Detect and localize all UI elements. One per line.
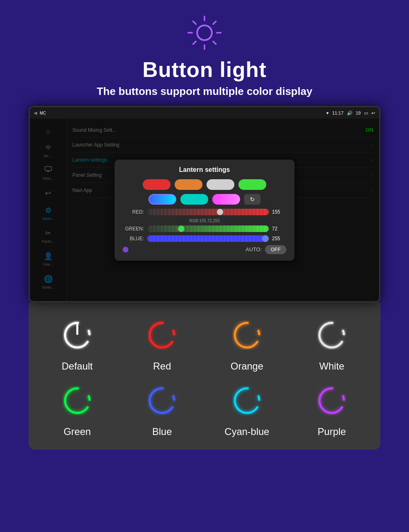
color-option-orange: Orange — [207, 315, 288, 372]
color-label-default: Default — [62, 361, 93, 372]
color-btn-green[interactable] — [238, 179, 266, 190]
blue-value: 255 — [272, 236, 286, 241]
red-label: RED: — [123, 209, 144, 215]
bottom-section: Default Red — [29, 302, 380, 450]
green-slider-row: GREEN: 72 — [123, 225, 286, 232]
green-thumb[interactable] — [178, 225, 184, 232]
svg-line-8 — [193, 41, 196, 44]
auto-row: AUTO: OFF — [123, 245, 286, 254]
top-section: Button light The buttons support multipl… — [0, 0, 409, 106]
blue-thumb[interactable] — [262, 235, 269, 242]
ui-area: ⌂ Wi-... — [30, 119, 379, 301]
color-label-purple: Purple — [318, 426, 346, 437]
power-icon-red — [142, 315, 182, 356]
time-display: 11:17 — [332, 110, 344, 115]
device-container: ⊲ MC ▾ 11:17 🔊 19 ▭ ↩ ⌂ — [29, 106, 380, 450]
color-btn-pink[interactable] — [212, 194, 240, 205]
color-option-cyanblue: Cyan-blue — [207, 380, 288, 437]
color-row-1 — [123, 179, 286, 190]
color-label-red: Red — [153, 361, 171, 372]
power-icon-green — [57, 380, 98, 421]
back-icon: ↩ — [371, 110, 375, 116]
color-option-white: White — [292, 315, 373, 372]
svg-line-5 — [193, 21, 196, 24]
mc-icon: ⊲ — [34, 111, 37, 115]
svg-point-0 — [197, 25, 212, 40]
svg-line-6 — [213, 41, 216, 44]
power-icon-cyanblue — [227, 380, 267, 421]
status-left: ⊲ MC — [34, 111, 46, 115]
sun-icon — [184, 12, 225, 53]
color-btn-orange[interactable] — [175, 179, 202, 190]
power-icon-blue — [142, 380, 182, 421]
wifi-icon: ▾ — [326, 110, 329, 116]
auto-label: AUTO: — [132, 246, 262, 252]
refresh-btn[interactable]: ↻ — [244, 194, 261, 205]
battery-icon: ▭ — [364, 110, 368, 116]
color-grid: Default Red — [37, 315, 372, 437]
power-icon-purple — [311, 380, 352, 421]
color-label-blue: Blue — [152, 426, 172, 437]
green-value: 72 — [272, 226, 286, 232]
lantern-modal-overlay: Lantern settings ↻ — [30, 119, 379, 301]
color-option-blue: Blue — [122, 380, 203, 437]
green-slider[interactable] — [147, 225, 269, 232]
device-screen: ⊲ MC ▾ 11:17 🔊 19 ▭ ↩ ⌂ — [29, 106, 380, 302]
status-mc-text: MC — [40, 111, 46, 115]
power-icon-orange — [227, 315, 267, 356]
red-thumb[interactable] — [217, 209, 223, 215]
green-label: GREEN: — [123, 226, 144, 232]
red-slider[interactable] — [147, 209, 269, 215]
svg-line-7 — [213, 21, 216, 24]
color-row-2: ↻ — [123, 194, 286, 205]
page-title: Button light — [142, 57, 267, 82]
blue-label: BLUE: — [123, 236, 144, 241]
color-label-white: White — [319, 361, 344, 372]
color-option-purple: Purple — [292, 380, 373, 437]
blue-slider-row: BLUE: 255 — [123, 235, 286, 242]
power-icon-default — [57, 315, 98, 356]
color-option-default: Default — [37, 315, 118, 372]
blue-slider[interactable] — [147, 235, 269, 242]
color-label-green: Green — [63, 426, 91, 437]
auto-toggle[interactable]: OFF — [265, 245, 286, 254]
color-dot — [123, 247, 128, 252]
power-icon-white — [311, 315, 352, 356]
color-option-red: Red — [122, 315, 203, 372]
modal-title: Lantern settings — [123, 166, 286, 174]
color-btn-teal[interactable] — [180, 194, 208, 205]
volume-icon: 🔊 — [347, 110, 353, 116]
color-btn-cyanblue[interactable] — [148, 194, 176, 205]
color-btn-red[interactable] — [143, 179, 171, 190]
volume-level: 19 — [356, 110, 361, 115]
page-subtitle: The buttons support multiple color displ… — [97, 85, 312, 98]
red-value: 155 — [272, 209, 286, 215]
rgb-info: RGB:155,72,255 — [123, 219, 286, 223]
red-slider-row: RED: 155 — [123, 209, 286, 215]
color-btn-white[interactable] — [207, 179, 234, 190]
color-label-cyanblue: Cyan-blue — [225, 426, 269, 437]
color-option-green: Green — [37, 380, 118, 437]
color-label-orange: Orange — [231, 361, 263, 372]
status-right: ▾ 11:17 🔊 19 ▭ ↩ — [326, 110, 375, 116]
status-bar: ⊲ MC ▾ 11:17 🔊 19 ▭ ↩ — [30, 107, 379, 119]
lantern-modal: Lantern settings ↻ — [115, 160, 294, 261]
